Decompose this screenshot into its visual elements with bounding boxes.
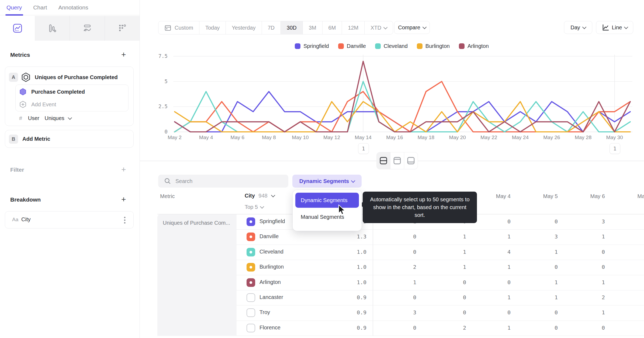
segment-checkbox[interactable] <box>247 308 255 317</box>
add-breakdown-button[interactable]: + <box>121 197 126 202</box>
chart-canvas <box>0 0 644 172</box>
segment-checkbox[interactable] <box>247 278 255 287</box>
cell-value: 1 <box>476 264 511 270</box>
segment-checkbox[interactable] <box>247 248 255 256</box>
y-axis-tick: 0 <box>151 129 168 135</box>
segment-name: Lancaster <box>259 294 283 300</box>
breakdown-property-card[interactable]: Aa City <box>5 211 134 228</box>
cell-value: 0 <box>476 218 511 225</box>
x-axis-tick: May 16 <box>380 135 409 140</box>
segment-checkbox[interactable] <box>247 263 255 272</box>
y-axis-tick: 2.5 <box>151 103 168 109</box>
cell-value: 0 <box>476 279 511 286</box>
cell-value: 0 <box>381 233 416 240</box>
cell-value: 0.9 <box>331 309 366 316</box>
cell-value: 0 <box>381 249 416 255</box>
cell-value: 1 <box>523 249 558 255</box>
segments-mode-button[interactable]: Dynamic Segments <box>292 175 362 188</box>
cell-value: 1 <box>476 294 511 301</box>
cell-value: 0 <box>476 309 511 316</box>
cell-value: 4 <box>476 249 511 255</box>
segments-mode-menu: Dynamic Segments Manual Segments <box>293 190 362 231</box>
x-axis-tick: May 28 <box>568 135 598 140</box>
cell-value: 0 <box>570 264 605 270</box>
menu-item-manual-segments[interactable]: Manual Segments <box>295 209 359 224</box>
segment-name: Burlington <box>259 264 284 270</box>
layout-split-button[interactable] <box>377 152 390 169</box>
x-axis-tick: May 14 <box>348 135 378 140</box>
cell-value: 3 <box>381 309 416 316</box>
table-row: Danville1.301131 <box>237 230 644 245</box>
series-arlington <box>175 61 630 132</box>
y-axis-tick: 7.5 <box>151 53 168 59</box>
x-axis-tick: May 24 <box>505 135 535 140</box>
layout-chart-only-button[interactable] <box>390 152 404 169</box>
date-column-header: May 5 <box>523 193 558 200</box>
metric-cell: Uniques of Purchase Com... <box>157 214 237 336</box>
cell-value: 0 <box>431 294 466 301</box>
date-column-header: May 7 <box>617 193 644 200</box>
x-axis-tick: May 4 <box>191 135 221 140</box>
cell-value: 1 <box>523 294 558 301</box>
cell-value: 0 <box>523 309 558 316</box>
cell-value: 1 <box>381 279 416 286</box>
x-axis-tick: May 26 <box>537 135 566 140</box>
cell-value: 0 <box>523 325 558 331</box>
annotation-badge[interactable]: 1 <box>358 143 369 154</box>
series-burlington <box>175 102 630 132</box>
table-column-divider <box>373 214 373 336</box>
x-axis-tick: May 6 <box>223 135 252 140</box>
cell-value: 1 <box>431 264 466 270</box>
table-row: Arlington1.010011 <box>237 275 644 290</box>
cell-value: 0.9 <box>331 294 366 301</box>
table-row: Florence0.902100 <box>237 321 644 336</box>
analytics-app: { "nav": { "tabs": [ {"label": "Query", … <box>0 0 644 338</box>
x-axis-tick: May 30 <box>600 135 629 140</box>
layout-table-only-button[interactable] <box>404 152 418 169</box>
cell-value: 2 <box>570 294 605 301</box>
segment-checkbox[interactable] <box>247 217 255 226</box>
cell-value: 1 <box>570 233 605 240</box>
split-rows-icon <box>379 156 388 165</box>
segment-checkbox[interactable] <box>247 233 255 241</box>
date-column-header: May 4 <box>476 193 511 200</box>
breakdown-property-label: City <box>21 216 30 223</box>
top-n-filter[interactable]: Top 5 <box>245 204 264 210</box>
segment-name: Danville <box>259 233 279 240</box>
table-row: Cleveland1.001410 <box>237 245 644 260</box>
cell-value: 1 <box>570 279 605 286</box>
segment-name: Springfield <box>259 218 285 224</box>
cell-value: 1 <box>476 233 511 240</box>
x-axis-tick: May 22 <box>474 135 504 140</box>
table-row: Lancaster0.900112 <box>237 290 644 305</box>
chevron-down-icon <box>271 193 275 198</box>
cell-value: 0 <box>381 325 416 331</box>
cell-value: 1.3 <box>331 233 366 240</box>
kebab-menu-icon[interactable] <box>124 216 126 224</box>
cell-value: 1.0 <box>331 249 366 255</box>
cell-value: 2 <box>431 325 466 331</box>
bottom-panel-icon <box>406 156 416 165</box>
breakdown-column-header[interactable]: City 948 <box>245 193 275 199</box>
x-axis-tick: May 2 <box>160 135 189 140</box>
date-column-header: May 6 <box>570 193 605 200</box>
cell-value: 0.9 <box>331 325 366 331</box>
cell-value: 3 <box>523 233 558 240</box>
x-axis-tick: May 18 <box>411 135 441 140</box>
cell-value: 0 <box>523 264 558 270</box>
line-chart[interactable]: 02.557.5May 2May 4May 6May 8May 10May 12… <box>0 0 644 172</box>
cell-value: 1.0 <box>331 279 366 286</box>
annotation-badge[interactable]: 1 <box>610 143 620 154</box>
top-panel-icon <box>393 156 402 165</box>
table-row: Burlington1.021100 <box>237 260 644 275</box>
cell-value: 1 <box>431 233 466 240</box>
segment-checkbox[interactable] <box>247 324 255 332</box>
menu-item-dynamic-segments[interactable]: Dynamic Segments <box>295 193 359 208</box>
y-axis-tick: 5 <box>151 78 168 84</box>
table-row: Troy0.930001 <box>237 305 644 321</box>
cell-value: 0 <box>431 279 466 286</box>
search-input[interactable] <box>175 178 278 185</box>
segment-search[interactable] <box>158 175 288 188</box>
segments-tooltip: Automatically select up to 50 segments t… <box>363 192 477 223</box>
segment-checkbox[interactable] <box>247 293 255 302</box>
